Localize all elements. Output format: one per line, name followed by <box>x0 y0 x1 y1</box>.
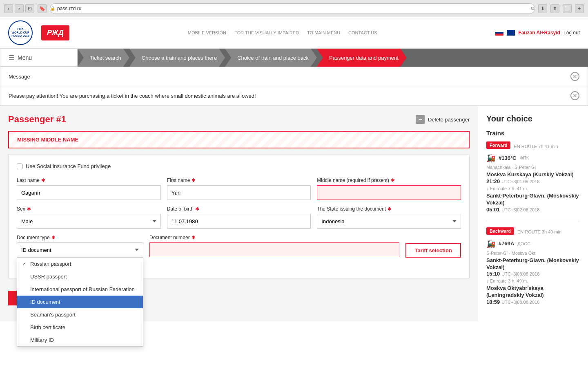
doc-type-dropdown-list: ✓ Russian passport USSR passport <box>17 257 143 347</box>
first-name-input[interactable] <box>167 185 311 200</box>
hamburger-icon: ☰ <box>9 54 14 62</box>
doc-option-birth-certificate[interactable]: Birth certificate <box>17 321 143 334</box>
main-content: Passenger #1 − Delete passenger MISSING … <box>0 106 588 321</box>
dob-input[interactable] <box>167 214 311 229</box>
forward-arrival-time: 05:01 <box>486 206 500 213</box>
user-name: Fauzan Al+Rasyid <box>518 30 560 36</box>
sex-label: Sex ✱ <box>17 206 161 212</box>
logo-divider <box>37 22 37 43</box>
back-button[interactable]: ‹ <box>4 4 13 13</box>
forward-en-route-duration: ↓ En route 7 h. 41 m. <box>486 186 580 191</box>
backward-train-route: S-Peter-Gl - Moskva Okt <box>486 251 580 256</box>
address-bar[interactable]: 🔒 pass.rzd.ru ↻ <box>50 3 535 14</box>
forward-arrival-station: Sankt-Peterburg-Glavn. (Moskovskiy Vokza… <box>486 193 580 206</box>
backward-arrival-utc: UTC+3|08.08.2018 <box>501 300 539 305</box>
delete-icon: − <box>416 115 425 124</box>
delete-passenger-button[interactable]: − Delete passenger <box>416 115 470 124</box>
step-passenger-payment[interactable]: Passenger data and payment <box>317 49 407 67</box>
doc-option-ussr-passport[interactable]: USSR passport <box>17 270 143 283</box>
doc-option-russian-passport[interactable]: ✓ Russian passport <box>17 258 143 270</box>
backward-en-route: EN ROUTE 3h 49 min <box>517 229 561 234</box>
forward-departure-utc: UTC+3|01.08.2018 <box>501 179 539 184</box>
train-icon-back: 🚂 <box>486 239 495 248</box>
doc-option-intl-passport[interactable]: International passport of Russian Federa… <box>17 283 143 296</box>
download-button[interactable]: ⬇ <box>538 4 547 13</box>
sidebar: Your choice Trains Forward EN ROUTE 7h 4… <box>478 106 588 321</box>
message-close-2[interactable]: ✕ <box>570 91 579 100</box>
doc-number-label: Document number ✱ <box>149 235 399 240</box>
social-insurance-checkbox[interactable] <box>17 164 22 169</box>
sidebar-title: Your choice <box>486 114 580 123</box>
step1-label: Ticket search <box>90 55 121 61</box>
sex-required: ✱ <box>27 206 31 212</box>
menu-button[interactable]: ☰ Menu <box>0 49 78 67</box>
flag-russian[interactable] <box>495 30 503 36</box>
backward-badge: Backward <box>486 227 514 235</box>
doc-option-label: USSR passport <box>30 274 67 280</box>
dob-label: Date of birth ✱ <box>167 206 311 212</box>
fifa-logo-text: FIFA <box>17 27 23 31</box>
passenger-form: Use Social Insurance Fund privilege Last… <box>8 155 470 278</box>
flag-english[interactable] <box>507 30 515 36</box>
state-select[interactable]: Indonesia Russia <box>317 214 461 229</box>
last-name-input[interactable] <box>17 185 161 200</box>
middle-name-label: Middle name (required if present) ✱ <box>317 177 461 183</box>
trains-label: Trains <box>486 130 580 137</box>
nav-main-menu[interactable]: TO MAIN MENU <box>307 30 340 35</box>
step-choice-back[interactable]: Choice of train and place back <box>225 49 317 67</box>
forward-train-route: Mahachkala - S-Peter-Gl <box>486 165 580 170</box>
rzd-logo: РЖД <box>41 25 69 40</box>
nav-contact[interactable]: CONTACT US <box>348 30 377 35</box>
bookmark-button[interactable]: 🔖 <box>38 4 47 13</box>
add-tab-button[interactable]: + <box>575 4 584 13</box>
backward-departure-time: 15:10 <box>486 271 500 277</box>
tariff-group: Tariff selection <box>405 235 461 258</box>
nav-impaired[interactable]: FOR THE VISUALLY IMPAIRED <box>234 30 299 35</box>
doc-type-required: ✱ <box>51 235 56 240</box>
nav-mobile[interactable]: MOBILE VERSION <box>188 30 226 35</box>
doc-type-select[interactable]: ID document <box>17 242 143 257</box>
lock-icon: 🔒 <box>50 6 55 11</box>
last-name-group: Last name ✱ <box>17 177 161 200</box>
reader-button[interactable]: ⊡ <box>25 4 34 13</box>
passenger-title: Passenger #1 <box>8 114 66 125</box>
doc-option-label: Military ID <box>30 337 54 343</box>
doc-option-label: Birth certificate <box>30 324 65 330</box>
error-banner: MISSING MIDDLE NAME <box>8 131 470 148</box>
step4-label: Passenger data and payment <box>329 55 399 61</box>
doc-option-military-id[interactable]: Military ID <box>17 334 143 346</box>
message-close-1[interactable]: ✕ <box>570 72 579 81</box>
doc-type-dropdown-container: ID document ✓ Russian passport <box>17 242 143 257</box>
backward-train-class: ДОСС <box>517 241 530 246</box>
social-insurance-row: Use Social Insurance Fund privilege <box>17 163 461 169</box>
state-required: ✱ <box>388 206 392 212</box>
logout-button[interactable]: Log out <box>564 30 580 36</box>
forward-train-card: Forward EN ROUTE 7h 41 min 🚂 #136°C ФПК … <box>486 141 580 213</box>
forward-train-number: #136°C <box>499 155 517 161</box>
middle-name-input[interactable] <box>317 185 461 200</box>
header-right: Fauzan Al+Rasyid Log out <box>495 30 580 36</box>
doc-option-seamans-passport[interactable]: Seaman's passport <box>17 308 143 321</box>
fifa-logo-subtext: WORLD CUP <box>11 31 29 34</box>
step-ticket-search[interactable]: Ticket search <box>78 49 129 67</box>
reload-icon[interactable]: ↻ <box>530 6 535 11</box>
step-choose-train[interactable]: Choose a train and places there <box>129 49 225 67</box>
state-group: The State issuing the document ✱ Indones… <box>317 206 461 229</box>
backward-arrival-station: Moskva Oktyabr'skaya (Leningradskiy Vokz… <box>486 285 580 299</box>
url-text: pass.rzd.ru <box>57 6 81 11</box>
doc-option-label: International passport of Russian Federa… <box>30 286 135 292</box>
doc-option-id-document[interactable]: ID document <box>17 296 143 308</box>
backward-arrival-time: 18:59 <box>486 299 500 305</box>
forward-button[interactable]: › <box>15 4 24 13</box>
fifa-logo-year: RUSSIA 2018 <box>11 34 29 38</box>
message-row-2: Please pay attention! You are purchasing… <box>0 86 588 105</box>
delete-passenger-label: Delete passenger <box>428 117 470 123</box>
backward-train-number: #769A <box>499 240 514 247</box>
sex-select[interactable]: Male Female <box>17 214 161 229</box>
expand-button[interactable]: ⬜ <box>563 4 572 13</box>
doc-number-input[interactable] <box>149 242 399 257</box>
form-area: Passenger #1 − Delete passenger MISSING … <box>0 106 478 321</box>
tariff-selection-button[interactable]: Tariff selection <box>405 243 461 258</box>
share-button[interactable]: ⬆ <box>550 4 559 13</box>
forward-arrival-utc: UTC+3|02.08.2018 <box>501 207 539 212</box>
